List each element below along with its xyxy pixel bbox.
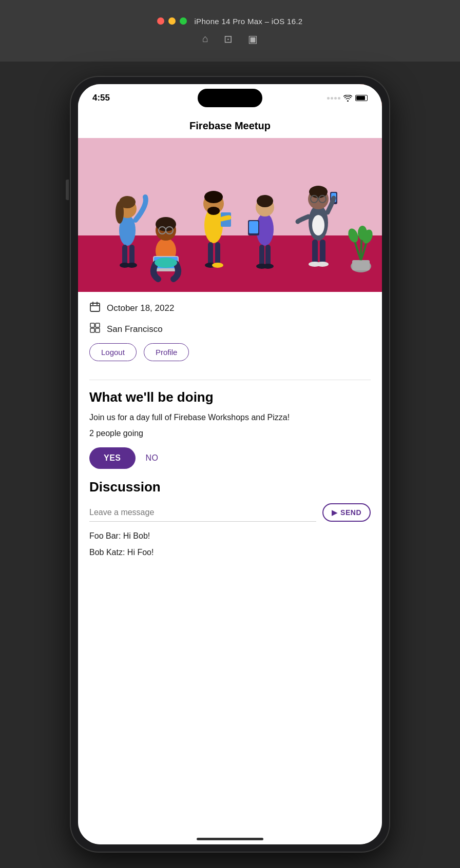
activity-title: What we'll be doing <box>89 389 371 405</box>
svg-point-34 <box>262 264 274 269</box>
traffic-light-red[interactable] <box>157 17 164 25</box>
location-row: San Francisco <box>89 322 371 336</box>
activity-section: What we'll be doing Join us for a day fu… <box>78 389 382 469</box>
svg-rect-53 <box>90 303 100 311</box>
svg-point-36 <box>312 215 324 235</box>
event-date: October 18, 2022 <box>107 303 174 313</box>
phone-frame: 4:55 <box>71 77 389 852</box>
home-indicator <box>197 838 263 840</box>
svg-rect-44 <box>312 240 318 264</box>
sim-toolbar: iPhone 14 Pro Max – iOS 16.2 ⌂ ⊡ ▣ <box>0 0 460 62</box>
date-row: October 18, 2022 <box>89 301 371 315</box>
svg-rect-4 <box>122 245 127 265</box>
svg-point-3 <box>119 196 136 208</box>
svg-point-25 <box>212 263 223 268</box>
discussion-title: Discussion <box>89 479 371 495</box>
list-item: Bob Katz: Hi Foo! <box>89 546 371 559</box>
wifi-icon <box>343 95 352 102</box>
phone-screen: 4:55 <box>78 84 382 844</box>
app-title: Firebase Meetup <box>88 120 372 132</box>
svg-point-16 <box>155 258 177 268</box>
svg-rect-23 <box>215 242 220 265</box>
svg-point-7 <box>127 263 137 268</box>
simulator-window: iPhone 14 Pro Max – iOS 16.2 ⌂ ⊡ ▣ 4:55 <box>0 0 460 868</box>
battery-icon <box>355 95 368 101</box>
message-input[interactable] <box>89 504 316 522</box>
app-header: Firebase Meetup <box>78 112 382 138</box>
no-button[interactable]: NO <box>146 453 159 463</box>
hero-image <box>78 138 382 292</box>
location-icon <box>89 322 101 336</box>
signal-dots <box>327 97 340 100</box>
svg-rect-59 <box>90 328 94 332</box>
svg-rect-32 <box>265 245 271 266</box>
traffic-light-green[interactable] <box>180 17 187 25</box>
simulator-title: iPhone 14 Pro Max – iOS 16.2 <box>194 17 302 26</box>
section-divider <box>89 380 371 380</box>
svg-rect-45 <box>320 240 325 264</box>
attendees-count: 2 people going <box>89 429 371 438</box>
message-input-row[interactable]: ▶ SEND <box>89 503 371 522</box>
svg-point-47 <box>316 262 329 267</box>
svg-rect-22 <box>208 242 213 265</box>
svg-rect-58 <box>95 323 100 327</box>
home-icon[interactable]: ⌂ <box>202 33 208 45</box>
logout-button[interactable]: Logout <box>89 343 137 361</box>
activity-description: Join us for a day full of Firebase Works… <box>89 411 371 424</box>
status-time: 4:55 <box>92 93 110 103</box>
action-buttons: Logout Profile <box>89 343 371 361</box>
svg-rect-60 <box>95 328 100 332</box>
event-location: San Francisco <box>107 324 163 334</box>
app-content[interactable]: Firebase Meetup <box>78 112 382 844</box>
calendar-icon <box>89 301 101 315</box>
screen-icon[interactable]: ▣ <box>248 33 258 45</box>
yes-button[interactable]: YES <box>89 447 136 469</box>
profile-button[interactable]: Profile <box>144 343 189 361</box>
svg-point-19 <box>204 191 223 203</box>
svg-point-20 <box>207 207 220 215</box>
traffic-light-yellow[interactable] <box>168 17 176 25</box>
hero-illustration <box>78 138 382 292</box>
list-item: Foo Bar: Hi Bob! <box>89 530 371 542</box>
discussion-section: Discussion ▶ SEND Foo Bar: Hi Bob! Bob K… <box>78 479 382 559</box>
svg-rect-57 <box>90 323 94 327</box>
rsvp-buttons: YES NO <box>89 447 371 469</box>
event-details: October 18, 2022 San Francisco <box>78 292 382 370</box>
dynamic-island <box>198 89 262 107</box>
send-button[interactable]: ▶ SEND <box>322 503 371 522</box>
svg-rect-30 <box>249 221 258 233</box>
svg-point-50 <box>347 227 360 244</box>
svg-rect-49 <box>352 260 370 270</box>
send-label: SEND <box>340 508 361 517</box>
svg-rect-31 <box>259 245 264 266</box>
message-list: Foo Bar: Hi Bob! Bob Katz: Hi Foo! <box>89 530 371 559</box>
status-right <box>327 95 368 102</box>
svg-point-28 <box>257 195 273 207</box>
svg-rect-5 <box>129 245 135 265</box>
camera-icon[interactable]: ⊡ <box>224 33 233 45</box>
status-bar: 4:55 <box>78 84 382 112</box>
send-icon: ▶ <box>332 508 338 517</box>
